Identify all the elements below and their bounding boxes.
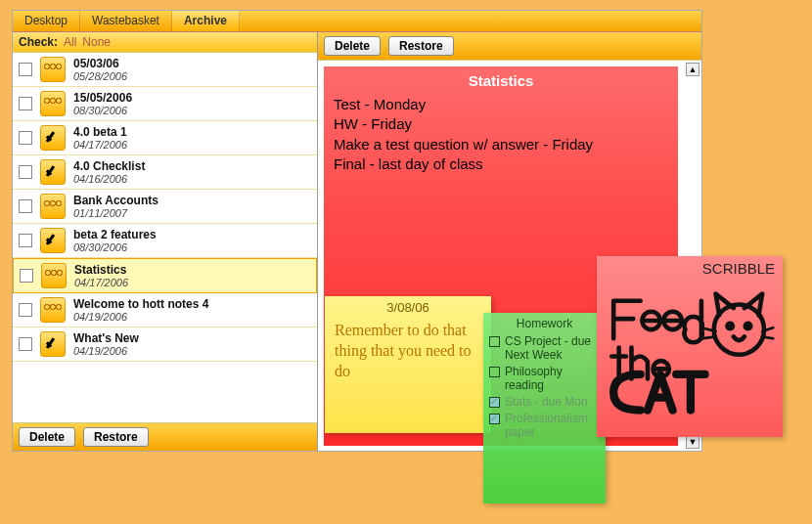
- list-item[interactable]: What's New04/19/2006: [13, 328, 317, 362]
- scroll-up-icon[interactable]: ▲: [686, 63, 699, 76]
- check-all-link[interactable]: All: [64, 35, 76, 49]
- checkbox-icon[interactable]: [489, 414, 500, 424]
- note-icon: [40, 91, 66, 116]
- checklist-item-label: Philosophy reading: [505, 365, 600, 392]
- list-item-checkbox[interactable]: [19, 234, 32, 247]
- check-bar: Check: All None: [13, 32, 317, 53]
- list-item-title: 4.0 beta 1: [73, 125, 127, 139]
- sticky-title: SCRIBBLE: [605, 260, 775, 277]
- list-item-title: Welcome to hott notes 4: [73, 297, 208, 311]
- list-item-date: 04/16/2006: [73, 173, 145, 185]
- list-item-checkbox[interactable]: [19, 63, 32, 76]
- list-item-date: 08/30/2006: [73, 241, 157, 253]
- list-item[interactable]: Welcome to hott notes 404/19/2006: [13, 293, 317, 328]
- checkbox-icon[interactable]: [489, 397, 500, 408]
- sticky-title: Homework: [489, 317, 600, 330]
- list-item-checkbox[interactable]: [19, 337, 32, 351]
- list-item[interactable]: Bank Accounts01/11/2007: [13, 190, 317, 224]
- preview-line: HW - Friday: [334, 114, 668, 134]
- preview-line: Final - last day of class: [334, 154, 668, 174]
- delete-button[interactable]: Delete: [19, 427, 75, 447]
- note-icon: [40, 194, 66, 219]
- sticky-note-yellow[interactable]: 3/08/06 Remember to do that thing that y…: [325, 296, 491, 433]
- preview-line: Test - Monday: [334, 95, 668, 114]
- list-item-date: 04/17/2006: [73, 139, 127, 151]
- svg-point-1: [727, 324, 732, 328]
- checkbox-icon[interactable]: [489, 336, 500, 347]
- sticky-title: 3/08/06: [335, 300, 481, 315]
- list-item[interactable]: 4.0 beta 104/17/2006: [13, 121, 317, 155]
- list-item-date: 08/30/2006: [73, 105, 132, 116]
- list-item-date: 04/19/2006: [73, 345, 139, 357]
- restore-button[interactable]: Restore: [83, 427, 149, 447]
- svg-point-2: [745, 324, 750, 328]
- tab-bar: Desktop Wastebasket Archive: [13, 11, 701, 32]
- list-item[interactable]: 4.0 Checklist04/16/2006: [13, 155, 317, 190]
- checklist-item-label: Professionalism paper: [505, 412, 600, 439]
- tab-wastebasket[interactable]: Wastebasket: [80, 11, 172, 31]
- list-item-title: What's New: [73, 331, 139, 345]
- list-item[interactable]: Statistics04/17/2006: [13, 258, 317, 293]
- list-item-checkbox[interactable]: [20, 269, 33, 283]
- checklist-item[interactable]: CS Project - due Next Week: [489, 334, 600, 362]
- tab-archive[interactable]: Archive: [172, 11, 240, 31]
- list-item-date: 05/28/2006: [73, 70, 127, 82]
- note-icon: [40, 297, 66, 323]
- checklist-item[interactable]: Stats - due Mon: [489, 395, 600, 409]
- sticky-note-green[interactable]: Homework CS Project - due Next WeekPhilo…: [483, 313, 606, 503]
- check-label: Check:: [19, 35, 58, 49]
- scribble-drawing: [605, 279, 775, 425]
- left-toolbar: Delete Restore: [13, 422, 317, 451]
- list-item-title: Bank Accounts: [73, 194, 158, 207]
- tab-desktop[interactable]: Desktop: [13, 11, 80, 31]
- checklist-icon: [40, 125, 66, 151]
- delete-button-right[interactable]: Delete: [324, 36, 381, 56]
- checklist-icon: [40, 331, 66, 357]
- list-item-title: 4.0 Checklist: [73, 159, 145, 173]
- list-item-title: 05/03/06: [73, 57, 127, 70]
- note-icon: [40, 57, 66, 82]
- scroll-down-icon[interactable]: ▼: [686, 435, 699, 449]
- list-item-date: 01/11/2007: [73, 207, 158, 219]
- right-toolbar: Delete Restore: [318, 32, 701, 61]
- checklist-item[interactable]: Philosophy reading: [489, 365, 600, 392]
- note-list[interactable]: 05/03/0605/28/200615/05/200608/30/20064.…: [13, 53, 317, 422]
- list-item-checkbox[interactable]: [19, 131, 32, 145]
- list-item-checkbox[interactable]: [19, 303, 32, 317]
- list-item-checkbox[interactable]: [19, 199, 32, 213]
- checkbox-icon[interactable]: [489, 367, 500, 377]
- check-none-link[interactable]: None: [82, 35, 111, 49]
- checklist-item[interactable]: Professionalism paper: [489, 412, 600, 439]
- list-item[interactable]: 15/05/200608/30/2006: [13, 87, 317, 121]
- sticky-body: Remember to do that thing that you need …: [335, 321, 481, 381]
- checklist-icon: [40, 159, 66, 185]
- list-item[interactable]: 05/03/0605/28/2006: [13, 53, 317, 87]
- list-item-title: 15/05/2006: [73, 91, 132, 105]
- sticky-note-scribble[interactable]: SCRIBBLE: [597, 256, 783, 437]
- checklist-item-label: CS Project - due Next Week: [505, 334, 600, 362]
- svg-point-0: [714, 304, 764, 354]
- list-item-date: 04/19/2006: [73, 311, 208, 323]
- list-item-title: beta 2 features: [73, 228, 157, 241]
- preview-title: Statistics: [334, 72, 668, 89]
- list-item-checkbox[interactable]: [19, 97, 32, 110]
- list-item-date: 04/17/2006: [74, 277, 128, 288]
- list-pane: Check: All None 05/03/0605/28/200615/05/…: [13, 32, 318, 451]
- restore-button-right[interactable]: Restore: [388, 36, 454, 56]
- list-item-title: Statistics: [74, 263, 128, 277]
- note-icon: [41, 263, 67, 288]
- list-item[interactable]: beta 2 features08/30/2006: [13, 224, 317, 258]
- checklist-item-label: Stats - due Mon: [505, 395, 588, 409]
- preview-line: Make a test question w/ answer - Friday: [334, 135, 668, 154]
- checklist-icon: [40, 228, 66, 253]
- list-item-checkbox[interactable]: [19, 165, 32, 179]
